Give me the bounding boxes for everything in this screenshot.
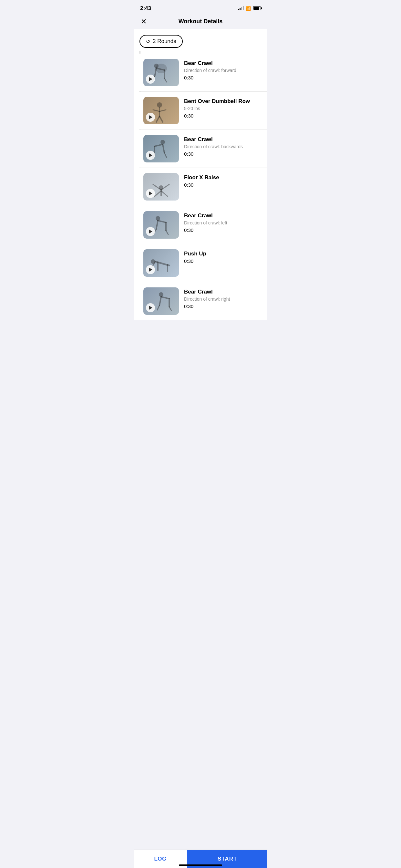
exercise-detail: Direction of crawl: backwards xyxy=(184,144,262,149)
exercise-list: Bear CrawlDirection of crawl: forward0:3… xyxy=(134,51,267,320)
exercise-detail: Direction of crawl: left xyxy=(184,220,262,225)
svg-line-10 xyxy=(153,110,159,112)
close-button[interactable]: ✕ xyxy=(140,17,148,27)
svg-point-26 xyxy=(156,216,160,221)
exercise-duration: 0:30 xyxy=(184,182,262,188)
svg-line-11 xyxy=(159,110,166,112)
exercise-name: Push Up xyxy=(184,251,262,257)
svg-point-8 xyxy=(157,102,162,107)
exercise-item[interactable]: Bear CrawlDirection of crawl: left0:30 xyxy=(140,206,267,244)
signal-icon xyxy=(238,6,244,10)
play-button[interactable] xyxy=(146,113,155,122)
rounds-icon: ↺ xyxy=(146,38,150,44)
exercise-name: Bear Crawl xyxy=(184,289,262,295)
exercise-info: Bear CrawlDirection of crawl: backwards0… xyxy=(184,135,262,157)
exercise-info: Bear CrawlDirection of crawl: forward0:3… xyxy=(184,59,262,81)
svg-line-27 xyxy=(156,221,158,229)
exercise-info: Bear CrawlDirection of crawl: right0:30 xyxy=(184,287,262,309)
play-button[interactable] xyxy=(146,265,155,274)
exercise-info: Push Up0:30 xyxy=(184,249,262,264)
rounds-section: ↺ 2 Rounds xyxy=(134,29,267,51)
exercise-item[interactable]: Bear CrawlDirection of crawl: forward0:3… xyxy=(140,54,267,91)
svg-line-23 xyxy=(161,191,167,196)
exercise-duration: 0:30 xyxy=(184,304,262,309)
exercise-thumbnail[interactable] xyxy=(143,59,179,86)
workout-details-header: ✕ Workout Details xyxy=(134,14,267,29)
svg-line-13 xyxy=(159,116,163,122)
exercise-thumbnail[interactable] xyxy=(143,173,179,200)
exercise-name: Floor X Raise xyxy=(184,175,262,181)
exercise-duration: 0:30 xyxy=(184,227,262,233)
wifi-icon: 📶 xyxy=(246,6,251,11)
svg-line-18 xyxy=(164,153,166,158)
exercise-thumbnail[interactable] xyxy=(143,249,179,277)
svg-line-15 xyxy=(163,144,164,153)
svg-line-22 xyxy=(155,191,161,196)
svg-line-38 xyxy=(159,297,161,305)
exercise-info: Bear CrawlDirection of crawl: left0:30 xyxy=(184,211,262,233)
exercise-detail: Direction of crawl: forward xyxy=(184,68,262,73)
exercise-detail: 5-20 lbs xyxy=(184,106,262,111)
exercise-item[interactable]: Bear CrawlDirection of crawl: backwards0… xyxy=(140,130,267,167)
exercise-item[interactable]: Floor X Raise0:30 xyxy=(140,168,267,206)
svg-line-12 xyxy=(156,116,159,122)
svg-line-16 xyxy=(155,144,163,146)
status-icons: 📶 xyxy=(238,6,261,11)
svg-line-31 xyxy=(166,230,168,235)
exercise-info: Floor X Raise0:30 xyxy=(184,173,262,188)
exercise-info: Bent Over Dumbbell Row5-20 lbs0:30 xyxy=(184,97,262,119)
rounds-badge[interactable]: ↺ 2 Rounds xyxy=(140,35,183,48)
play-button[interactable] xyxy=(146,74,155,84)
svg-line-28 xyxy=(158,221,166,222)
svg-line-7 xyxy=(164,78,166,82)
exercise-item[interactable]: Push Up0:30 xyxy=(140,244,267,282)
page-title: Workout Details xyxy=(179,18,223,25)
exercise-duration: 0:30 xyxy=(184,113,262,119)
exercise-thumbnail[interactable] xyxy=(143,287,179,315)
exercise-duration: 0:30 xyxy=(184,258,262,264)
status-bar: 2:43 📶 xyxy=(134,0,267,14)
svg-point-14 xyxy=(160,140,165,144)
exercise-item[interactable]: Bear CrawlDirection of crawl: right0:30 xyxy=(140,282,267,320)
exercise-duration: 0:30 xyxy=(184,151,262,157)
play-button[interactable] xyxy=(146,227,155,236)
exercise-name: Bent Over Dumbbell Row xyxy=(184,98,262,104)
svg-line-41 xyxy=(157,305,159,310)
exercise-thumbnail[interactable] xyxy=(143,211,179,239)
exercise-item[interactable]: Bent Over Dumbbell Row5-20 lbs0:30 xyxy=(140,92,267,129)
exercise-name: Bear Crawl xyxy=(184,136,262,143)
exercise-name: Bear Crawl xyxy=(184,213,262,219)
status-time: 2:43 xyxy=(140,5,151,11)
svg-point-2 xyxy=(154,64,158,68)
svg-line-39 xyxy=(161,297,169,299)
play-button[interactable] xyxy=(146,189,155,198)
exercise-duration: 0:30 xyxy=(184,75,262,81)
exercise-name: Bear Crawl xyxy=(184,60,262,66)
exercise-thumbnail[interactable] xyxy=(143,135,179,162)
battery-icon xyxy=(253,6,261,10)
svg-line-42 xyxy=(169,307,172,311)
exercise-thumbnail[interactable] xyxy=(143,97,179,124)
play-button[interactable] xyxy=(146,303,155,312)
rounds-label: 2 Rounds xyxy=(153,38,176,44)
svg-line-3 xyxy=(155,68,156,76)
svg-point-37 xyxy=(159,292,163,297)
exercise-detail: Direction of crawl: right xyxy=(184,297,262,302)
timeline-container: Bear CrawlDirection of crawl: forward0:3… xyxy=(134,51,267,320)
play-button[interactable] xyxy=(146,151,155,160)
